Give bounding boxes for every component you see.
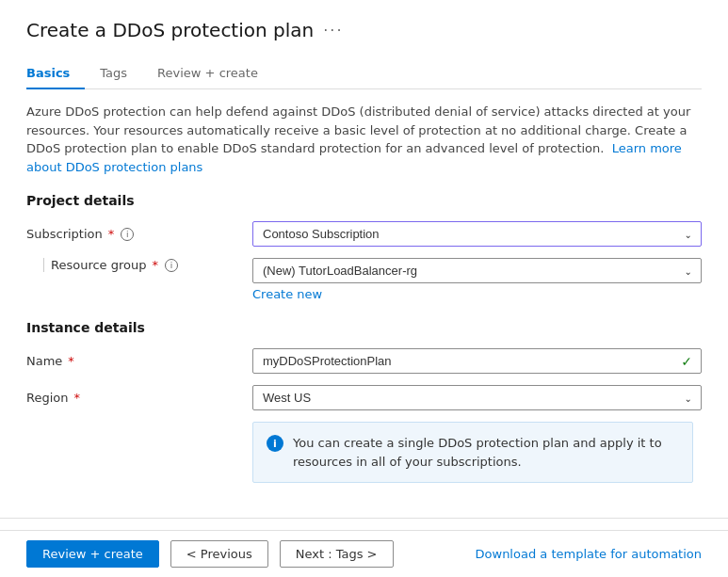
resource-group-select[interactable]: (New) TutorLoadBalancer-rg [252,258,702,283]
rg-label-inner: Resource group * i [43,258,178,272]
subscription-select-wrapper: Contoso Subscription ⌄ [252,221,702,247]
tab-tags[interactable]: Tags [100,58,142,89]
name-select[interactable]: myDDoSProtectionPlan [252,348,702,374]
resource-group-required: * [153,258,159,272]
page-title: Create a DDoS protection plan [26,19,314,41]
region-label: Region [26,391,69,405]
info-box: i You can create a single DDoS protectio… [252,422,693,483]
subscription-required: * [108,227,115,241]
rg-label-area: Resource group * i [26,258,252,272]
page-container: Create a DDoS protection plan ··· Basics… [0,0,728,577]
subscription-row: Subscription * i Contoso Subscription ⌄ [26,221,702,247]
review-create-button[interactable]: Review + create [26,540,159,568]
resource-group-input-col: (New) TutorLoadBalancer-rg ⌄ Create new [252,258,702,301]
project-details-section: Project details Subscription * i Contoso… [26,193,702,301]
resource-group-indent-row: Resource group * i (New) TutorLoadBalanc… [26,258,702,301]
footer: Review + create < Previous Next : Tags >… [0,530,728,577]
ellipsis-menu-button[interactable]: ··· [323,22,343,40]
instance-details-header: Instance details [26,320,702,335]
region-label-col: Region * [26,391,252,405]
subscription-info-icon[interactable]: i [121,228,134,241]
name-required: * [68,354,74,368]
name-select-wrapper: myDDoSProtectionPlan ✓ [252,348,702,374]
description-text: Azure DDoS protection can help defend ag… [26,103,702,176]
region-select[interactable]: West US [252,385,702,410]
instance-details-section: Instance details Name * myDDoSProtection… [26,320,702,483]
footer-divider [0,518,728,519]
name-label: Name [26,354,62,368]
info-box-text: You can create a single DDoS protection … [293,434,679,471]
create-new-link[interactable]: Create new [252,287,322,301]
name-row: Name * myDDoSProtectionPlan ✓ [26,348,702,374]
download-template-link[interactable]: Download a template for automation [476,547,702,561]
subscription-label-col: Subscription * i [26,227,252,241]
resource-group-info-icon[interactable]: i [165,259,178,272]
region-row: Region * West US ⌄ [26,385,702,410]
previous-button[interactable]: < Previous [170,540,268,568]
tab-review-create[interactable]: Review + create [157,58,273,89]
resource-group-label: Resource group [51,258,147,272]
tab-basics[interactable]: Basics [26,58,85,89]
resource-group-select-wrapper: (New) TutorLoadBalancer-rg ⌄ [252,258,702,283]
project-details-header: Project details [26,193,702,208]
subscription-select[interactable]: Contoso Subscription [252,221,702,247]
page-title-row: Create a DDoS protection plan ··· [26,19,702,41]
name-label-col: Name * [26,354,252,368]
region-required: * [74,391,81,405]
region-input-col: West US ⌄ [252,385,702,410]
subscription-input-col: Contoso Subscription ⌄ [252,221,702,247]
tab-bar: Basics Tags Review + create [26,58,702,89]
region-select-wrapper: West US ⌄ [252,385,702,410]
name-input-col: myDDoSProtectionPlan ✓ [252,348,702,374]
info-circle-icon: i [267,435,283,452]
main-content: Create a DDoS protection plan ··· Basics… [0,0,728,518]
next-button[interactable]: Next : Tags > [280,540,394,568]
subscription-label: Subscription [26,227,103,241]
